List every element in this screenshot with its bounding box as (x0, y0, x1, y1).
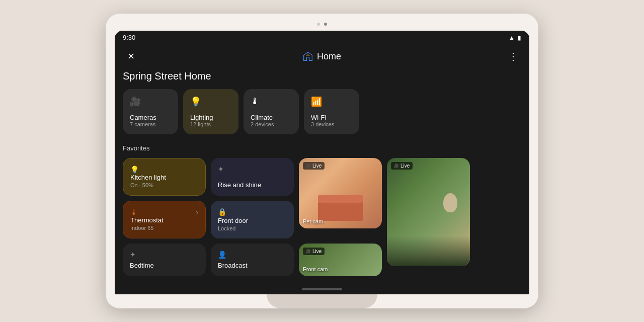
yard-cam-label: Front cam (303, 266, 328, 272)
thermostat-chevron-icon: › (196, 208, 198, 216)
yard-cam-live-badge: 🎥 Live (303, 248, 325, 255)
category-tile-lighting[interactable]: 💡 Lighting 12 lights (183, 89, 238, 134)
wifi-status-icon: ▲ (509, 34, 515, 41)
kitchen-light-subtitle: On · 50% (130, 182, 198, 188)
outdoor-cam-live-text: Live (400, 163, 410, 169)
front-door-subtitle: Locked (218, 225, 287, 231)
fav-tile-kitchen-light[interactable]: 💡 Kitchen light On · 50% (123, 158, 206, 196)
rise-shine-icon: ✦ (218, 165, 224, 173)
main-content: Spring Street Home 🎥 Cameras 7 cameras 💡… (115, 70, 529, 284)
lighting-name: Lighting (190, 114, 231, 121)
pet-cam-live-text: Live (312, 163, 321, 169)
thermostat-icon: 🌡 (130, 208, 137, 216)
climate-count: 2 devices (251, 121, 292, 127)
fav-tile-front-door[interactable]: 🔒 Front door Locked (211, 201, 294, 238)
pet-cam-icon: 🎥 (306, 164, 311, 168)
cameras-name: Cameras (130, 114, 171, 121)
broadcast-icon: 👤 (218, 251, 226, 259)
camera-tile-yard-cam[interactable]: 🎥 Live Front cam (299, 244, 382, 276)
pet-cam-label: Pet cam (303, 218, 323, 224)
svg-point-0 (307, 54, 309, 55)
camera-row (317, 23, 327, 26)
bedtime-icon: ✦ (130, 251, 136, 259)
wifi-count: 3 devices (311, 121, 352, 127)
front-door-header: 🔒 (218, 208, 287, 216)
cameras-count: 7 cameras (130, 121, 171, 127)
cameras-icon: 🎥 (130, 96, 171, 107)
outdoor-cam-icon: 🎥 (394, 164, 399, 168)
speaker-base (267, 294, 377, 308)
bottom-handle (115, 284, 529, 294)
close-button[interactable]: ✕ (123, 48, 139, 64)
broadcast-header: 👤 (218, 251, 287, 259)
yard-cam-bg: 🎥 Live Front cam (299, 244, 382, 276)
fav-tile-broadcast[interactable]: 👤 Broadcast (211, 244, 294, 276)
handle-bar (302, 288, 342, 290)
categories-row: 🎥 Cameras 7 cameras 💡 Lighting 12 lights… (123, 89, 521, 134)
home-title: Spring Street Home (123, 70, 521, 82)
wifi-icon: 📶 (311, 96, 352, 107)
sofa-back (318, 195, 363, 203)
kitchen-light-title: Kitchen light (130, 174, 198, 181)
category-tile-wifi[interactable]: 📶 Wi-Fi 3 devices (304, 89, 359, 134)
status-time: 9:30 (123, 34, 135, 41)
lighting-count: 12 lights (190, 121, 231, 127)
favorites-grid: 💡 Kitchen light On · 50% 🌡 › Thermostat (123, 158, 521, 276)
status-bar: 9:30 ▲ ▮ (115, 31, 529, 44)
battery-status-icon: ▮ (518, 34, 521, 41)
category-tile-climate[interactable]: 🌡 Climate 2 devices (244, 89, 299, 134)
category-tile-cameras[interactable]: 🎥 Cameras 7 cameras (123, 89, 178, 134)
pet-cam-bg: 🎥 Live Pet cam (299, 158, 382, 228)
front-door-title: Front door (218, 217, 287, 224)
fav-tile-rise-shine[interactable]: ✦ Rise and shine (211, 158, 294, 196)
front-door-icon: 🔒 (218, 208, 226, 216)
rise-shine-header: ✦ (218, 165, 287, 173)
more-button[interactable]: ⋮ (505, 48, 521, 64)
tree-bottom (387, 236, 470, 266)
thermostat-header: 🌡 › (130, 208, 198, 216)
bedtime-title: Bedtime (130, 262, 199, 269)
climate-icon: 🌡 (251, 96, 292, 107)
climate-name: Climate (251, 114, 292, 121)
thermostat-subtitle: Indoor 65 (130, 225, 198, 231)
top-bar: ✕ Home ⋮ (115, 44, 529, 70)
bedtime-header: ✦ (130, 251, 199, 259)
fav-tile-bedtime[interactable]: ✦ Bedtime (123, 244, 206, 276)
balloon-shape (443, 193, 457, 212)
outdoor-cam-live-badge: 🎥 Live (391, 162, 413, 170)
kitchen-light-header: 💡 (130, 166, 198, 174)
camera-tile-pet-cam[interactable]: 🎥 Live Pet cam (299, 158, 382, 238)
wifi-name: Wi-Fi (311, 114, 352, 121)
camera-tile-outdoor-cam[interactable]: 🎥 Live (387, 158, 470, 276)
kitchen-light-icon: 💡 (130, 166, 139, 174)
thermostat-title: Thermostat (130, 216, 198, 224)
broadcast-title: Broadcast (218, 262, 287, 269)
screen: 9:30 ▲ ▮ ✕ Home ⋮ Spring Street Home (115, 31, 529, 294)
yard-cam-icon: 🎥 (306, 249, 311, 254)
device-shell: 9:30 ▲ ▮ ✕ Home ⋮ Spring Street Home (106, 14, 538, 308)
google-home-icon (303, 51, 313, 61)
camera-dot-2 (324, 23, 327, 26)
status-icons: ▲ ▮ (509, 34, 521, 41)
favorites-label: Favorites (123, 144, 521, 152)
pet-cam-live-badge: 🎥 Live (303, 162, 325, 170)
fav-tile-thermostat[interactable]: 🌡 › Thermostat Indoor 65 (123, 201, 206, 238)
outdoor-cam-bg: 🎥 Live (387, 158, 470, 266)
sofa-shape (318, 201, 363, 221)
lighting-icon: 💡 (190, 96, 231, 107)
camera-dot-1 (317, 23, 320, 26)
yard-cam-live-text: Live (312, 249, 321, 254)
app-title-text: Home (317, 51, 341, 62)
app-title-container: Home (303, 51, 341, 62)
rise-shine-title: Rise and shine (218, 181, 287, 189)
